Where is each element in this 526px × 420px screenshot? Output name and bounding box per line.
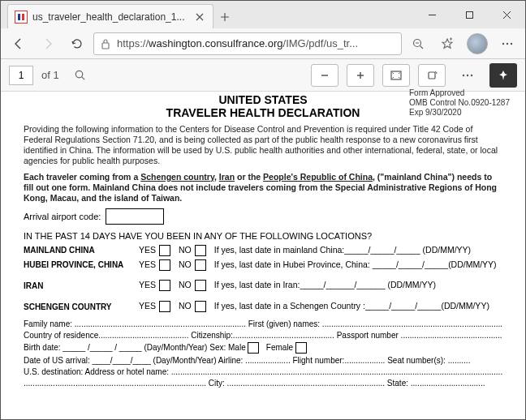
residence-row: Country of residence....................… — [24, 331, 502, 340]
svg-rect-0 — [466, 11, 472, 18]
lock-icon — [101, 38, 110, 49]
svg-point-9 — [463, 74, 464, 75]
row-hubei: HUBEI PROVINCE, CHINA YES NO If yes, las… — [24, 259, 502, 272]
requirement-paragraph: Each traveler coming from a Schengen cou… — [24, 172, 502, 204]
question-14days: IN THE PAST 14 DAYS HAVE YOU BEEN IN ANY… — [24, 231, 502, 241]
row-mainland-china: MAINLAND CHINA YES NO If yes, last date … — [24, 244, 502, 257]
svg-point-5 — [511, 42, 512, 44]
close-window-button[interactable] — [488, 2, 525, 27]
pdf-toolbar: of 1 — [1, 59, 525, 92]
page-count: of 1 — [41, 69, 59, 81]
svg-point-10 — [467, 74, 468, 75]
pdf-search-button[interactable] — [67, 63, 93, 88]
destination-row: U.S. destination: Address or hotel name:… — [24, 367, 502, 376]
titlebar: us_traveler_health_declaration_1... — [1, 1, 525, 28]
page-number-input[interactable] — [9, 66, 33, 85]
forward-button — [35, 32, 61, 56]
close-tab-button[interactable] — [193, 11, 206, 24]
pin-toolbar-button[interactable] — [489, 63, 517, 88]
profile-avatar[interactable] — [467, 33, 488, 54]
svg-point-3 — [502, 42, 504, 44]
arrival-date-row: Date of US arrival: ____/____/____ (Day/… — [24, 356, 502, 365]
reload-button[interactable] — [64, 32, 90, 56]
pdf-more-button[interactable] — [454, 64, 481, 87]
back-button[interactable] — [6, 32, 32, 56]
url-input[interactable]: https://washington.consulfrance.org/IMG/… — [93, 32, 402, 55]
svg-point-6 — [76, 71, 83, 77]
row-iran: IRAN YES NO If yes, last date in Iran:__… — [24, 279, 502, 292]
favorites-button[interactable] — [434, 32, 460, 56]
window-controls — [413, 1, 525, 28]
schengen-yes-checkbox[interactable] — [159, 301, 170, 312]
mainland-yes-checkbox[interactable] — [159, 245, 170, 256]
fit-page-button[interactable] — [382, 64, 410, 87]
sex-female-checkbox[interactable] — [295, 342, 307, 354]
zoom-button[interactable] — [405, 32, 431, 56]
iran-yes-checkbox[interactable] — [159, 280, 170, 291]
menu-button[interactable] — [494, 32, 520, 56]
favicon-icon — [15, 11, 28, 24]
new-tab-button[interactable] — [213, 6, 236, 28]
address-bar: https://washington.consulfrance.org/IMG/… — [1, 28, 525, 59]
form-approval-block: Form ApprovedOMB Control No.0920-1287Exp… — [409, 92, 510, 118]
svg-point-4 — [507, 42, 508, 44]
schengen-no-checkbox[interactable] — [195, 301, 206, 312]
zoom-out-button[interactable] — [311, 64, 338, 87]
minimize-button[interactable] — [413, 2, 451, 27]
arrival-airport-row: Arrival airport code: — [24, 208, 502, 225]
svg-rect-8 — [429, 72, 435, 79]
iran-no-checkbox[interactable] — [195, 280, 206, 291]
maximize-button[interactable] — [451, 2, 488, 27]
rotate-button[interactable] — [418, 64, 446, 87]
row-schengen: SCHENGEN COUNTRY YES NO If yes, last dat… — [24, 300, 502, 313]
family-name-row: Family name: ...........................… — [24, 319, 502, 328]
zoom-in-button[interactable] — [347, 64, 374, 87]
intro-paragraph: Providing the following information to t… — [24, 124, 502, 167]
url-text: https://washington.consulfrance.org/IMG/… — [117, 37, 394, 49]
pdf-viewport[interactable]: Form ApprovedOMB Control No.0920-1287Exp… — [1, 92, 525, 419]
tab-title: us_traveler_health_declaration_1... — [32, 11, 188, 23]
pdf-page: Form ApprovedOMB Control No.0920-1287Exp… — [1, 92, 525, 398]
hubei-yes-checkbox[interactable] — [159, 259, 170, 271]
svg-point-11 — [471, 74, 472, 75]
birth-row: Birth date: _____ /_____ / _____ (Day/Mo… — [24, 342, 502, 354]
browser-tab[interactable]: us_traveler_health_declaration_1... — [7, 4, 213, 28]
sex-male-checkbox[interactable] — [248, 342, 259, 354]
hubei-no-checkbox[interactable] — [195, 259, 206, 271]
svg-rect-1 — [102, 43, 109, 49]
arrival-airport-input[interactable] — [106, 208, 164, 225]
mainland-no-checkbox[interactable] — [195, 245, 206, 256]
city-state-row: ........................................… — [24, 379, 502, 388]
